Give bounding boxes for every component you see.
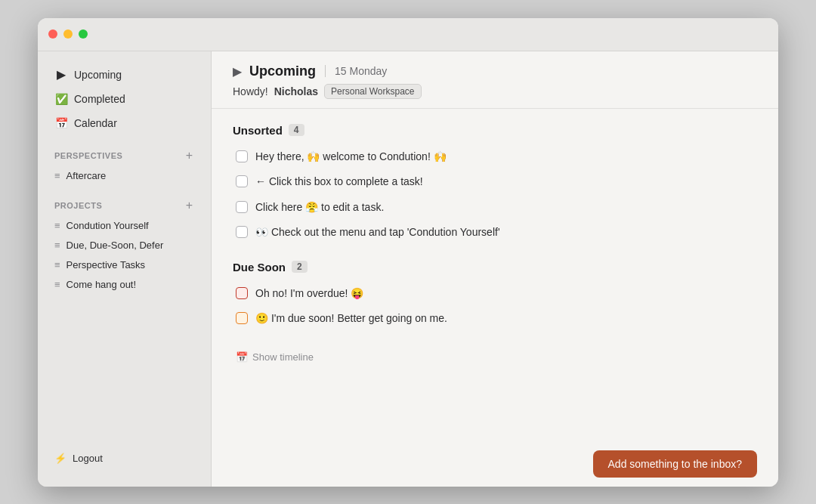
task-text: ← Click this box to complete a task! — [255, 175, 423, 190]
sidebar-item-completed-label: Completed — [74, 93, 125, 105]
header-top-row: ▶ Upcoming 15 Monday — [233, 63, 757, 79]
task-item[interactable]: ← Click this box to complete a task! — [233, 169, 757, 195]
logout-label: Logout — [73, 453, 103, 464]
sidebar-item-upcoming[interactable]: ▶ Upcoming — [47, 63, 202, 86]
aftercare-icon: ≡ — [54, 170, 60, 181]
sidebar-item-condution-yourself-label: Condution Yourself — [66, 220, 149, 231]
sidebar-item-perspective-tasks[interactable]: ≡ Perspective Tasks — [47, 255, 202, 274]
task-item[interactable]: 🙂 I'm due soon! Better get going on me. — [233, 306, 757, 332]
task-checkbox[interactable] — [236, 201, 248, 213]
task-item[interactable]: Click here 😤 to edit a task. — [233, 195, 757, 221]
sidebar-item-calendar-label: Calendar — [74, 117, 117, 129]
maximize-button[interactable] — [79, 29, 88, 39]
sidebar-item-completed[interactable]: ✅ Completed — [47, 88, 202, 110]
due-soon-title: Due Soon — [233, 261, 286, 274]
task-item[interactable]: Hey there, 🙌 welcome to Condution! 🙌 — [233, 144, 757, 170]
come-hang-out-icon: ≡ — [54, 279, 60, 290]
unsorted-count: 4 — [289, 124, 304, 136]
task-text: 🙂 I'm due soon! Better get going on me. — [255, 311, 447, 326]
sidebar-item-come-hang-out[interactable]: ≡ Come hang out! — [47, 275, 202, 294]
completed-icon: ✅ — [54, 92, 68, 106]
add-inbox-button[interactable]: Add something to the inbox? — [593, 450, 757, 478]
projects-add-button[interactable]: + — [184, 198, 194, 213]
main-body: Unsorted 4 Hey there, 🙌 welcome to Condu… — [212, 109, 778, 441]
timeline-label: Show timeline — [252, 351, 314, 363]
unsorted-title: Unsorted — [233, 124, 283, 137]
due-soon-task-list: Oh no! I'm overdue! 😝 🙂 I'm due soon! Be… — [233, 281, 757, 332]
task-checkbox[interactable] — [236, 226, 248, 238]
perspectives-section: Perspectives + ≡ Aftercare — [38, 148, 211, 186]
sidebar-item-perspective-tasks-label: Perspective Tasks — [66, 259, 146, 271]
perspectives-label: Perspectives — [54, 151, 122, 160]
task-checkbox-due-soon[interactable] — [236, 312, 248, 324]
task-checkbox[interactable] — [236, 175, 248, 187]
greeting-prefix: Howdy! — [233, 85, 268, 97]
titlebar — [38, 18, 778, 51]
main-header: ▶ Upcoming 15 Monday Howdy! Nicholas Per… — [212, 51, 778, 109]
upcoming-icon: ▶ — [54, 68, 68, 82]
sidebar-item-come-hang-out-label: Come hang out! — [66, 279, 137, 290]
task-item[interactable]: Oh no! I'm overdue! 😝 — [233, 281, 757, 307]
task-text: 👀 Check out the menu and tap 'Condution … — [255, 225, 500, 240]
app-window: ▶ Upcoming ✅ Completed 📅 Calendar Perspe… — [38, 18, 778, 487]
logout-icon: ⚡ — [54, 453, 66, 464]
perspective-tasks-icon: ≡ — [54, 259, 60, 271]
task-text: Oh no! I'm overdue! 😝 — [255, 286, 363, 301]
task-checkbox-overdue[interactable] — [236, 287, 248, 299]
main-footer: Add something to the inbox? — [212, 441, 778, 487]
projects-label: Projects — [54, 201, 102, 210]
task-item[interactable]: 👀 Check out the menu and tap 'Condution … — [233, 220, 757, 246]
timeline-icon: 📅 — [236, 351, 248, 363]
header-upcoming-icon: ▶ — [233, 64, 242, 79]
task-text: Hey there, 🙌 welcome to Condution! 🙌 — [255, 150, 447, 165]
perspectives-header: Perspectives + — [47, 148, 202, 163]
sidebar-item-calendar[interactable]: 📅 Calendar — [47, 112, 202, 135]
greeting-row: Howdy! Nicholas Personal Workspace — [233, 84, 757, 99]
sidebar: ▶ Upcoming ✅ Completed 📅 Calendar Perspe… — [38, 51, 212, 487]
due-soon-count: 2 — [292, 261, 308, 273]
sidebar-item-condution-yourself[interactable]: ≡ Condution Yourself — [47, 216, 202, 235]
show-timeline-button[interactable]: 📅 Show timeline — [233, 347, 757, 367]
unsorted-section-header: Unsorted 4 — [233, 124, 757, 137]
due-due-soon-defer-icon: ≡ — [54, 240, 60, 251]
sidebar-item-due-due-soon-defer-label: Due, Due-Soon, Defer — [66, 240, 164, 251]
header-title: Upcoming — [249, 63, 316, 79]
sidebar-footer: ⚡ Logout — [38, 442, 211, 475]
projects-section: Projects + ≡ Condution Yourself ≡ Due, D… — [38, 198, 211, 295]
content-area: ▶ Upcoming ✅ Completed 📅 Calendar Perspe… — [38, 51, 778, 487]
sidebar-item-aftercare[interactable]: ≡ Aftercare — [47, 166, 202, 185]
header-divider — [325, 65, 326, 77]
minimize-button[interactable] — [63, 29, 73, 39]
sidebar-item-upcoming-label: Upcoming — [74, 69, 122, 81]
sidebar-nav: ▶ Upcoming ✅ Completed 📅 Calendar — [38, 63, 211, 136]
header-date: 15 Monday — [335, 65, 387, 77]
sidebar-item-due-due-soon-defer[interactable]: ≡ Due, Due-Soon, Defer — [47, 236, 202, 255]
condution-yourself-icon: ≡ — [54, 220, 60, 231]
header-date-day: Monday — [349, 65, 387, 77]
task-text: Click here 😤 to edit a task. — [255, 200, 384, 215]
due-soon-section-header: Due Soon 2 — [233, 261, 757, 274]
close-button[interactable] — [48, 29, 57, 39]
calendar-icon: 📅 — [54, 116, 68, 130]
header-date-num: 15 — [335, 65, 347, 77]
unsorted-task-list: Hey there, 🙌 welcome to Condution! 🙌 ← C… — [233, 144, 757, 246]
sidebar-item-aftercare-label: Aftercare — [66, 170, 107, 181]
greeting-name: Nicholas — [274, 85, 318, 97]
logout-button[interactable]: ⚡ Logout — [47, 448, 202, 468]
workspace-badge[interactable]: Personal Workspace — [324, 84, 422, 99]
projects-header: Projects + — [47, 198, 202, 213]
perspectives-add-button[interactable]: + — [184, 148, 194, 163]
main-content: ▶ Upcoming 15 Monday Howdy! Nicholas Per… — [212, 51, 778, 487]
task-checkbox[interactable] — [236, 150, 248, 162]
